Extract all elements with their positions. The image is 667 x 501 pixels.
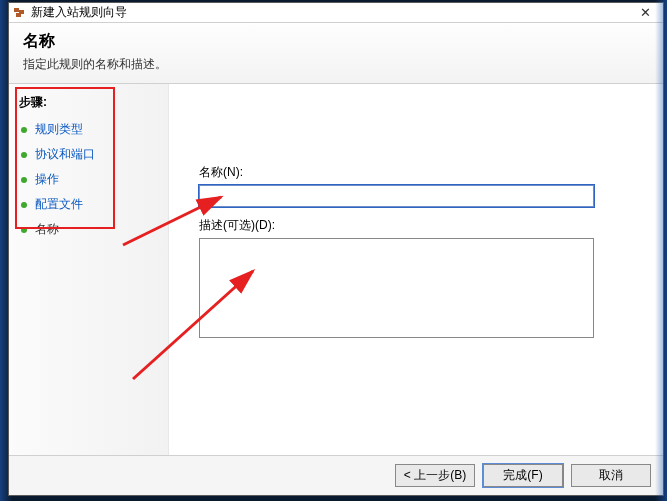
description-label: 描述(可选)(D): [199, 217, 633, 234]
back-button[interactable]: < 上一步(B) [395, 464, 475, 487]
wizard-footer: < 上一步(B) 完成(F) 取消 [9, 455, 663, 495]
app-icon [13, 6, 27, 20]
svg-rect-2 [16, 13, 21, 17]
button-label: 取消 [599, 467, 623, 484]
name-input[interactable] [199, 185, 594, 207]
step-name[interactable]: 名称 [15, 217, 162, 242]
step-rule-type[interactable]: 规则类型 [15, 117, 162, 142]
step-label: 配置文件 [35, 196, 83, 213]
content-pane: 名称(N): 描述(可选)(D): [169, 84, 663, 455]
button-label: < 上一步(B) [404, 467, 466, 484]
page-title: 名称 [23, 31, 649, 52]
bullet-icon [21, 202, 27, 208]
bullet-icon [21, 177, 27, 183]
page-subtitle: 指定此规则的名称和描述。 [23, 56, 649, 73]
steps-sidebar: 步骤: 规则类型 协议和端口 操作 配置文件 名称 [9, 84, 169, 455]
window-title: 新建入站规则向导 [31, 4, 631, 21]
cancel-button[interactable]: 取消 [571, 464, 651, 487]
wizard-window: 新建入站规则向导 ✕ 名称 指定此规则的名称和描述。 步骤: 规则类型 协议和端… [8, 2, 664, 496]
step-protocol-port[interactable]: 协议和端口 [15, 142, 162, 167]
steps-heading: 步骤: [19, 94, 160, 111]
button-label: 完成(F) [503, 467, 542, 484]
finish-button[interactable]: 完成(F) [483, 464, 563, 487]
wizard-body: 步骤: 规则类型 协议和端口 操作 配置文件 名称 名 [9, 84, 663, 455]
step-action[interactable]: 操作 [15, 167, 162, 192]
step-label: 名称 [35, 221, 59, 238]
bullet-icon [21, 127, 27, 133]
title-bar: 新建入站规则向导 ✕ [9, 3, 663, 23]
name-label: 名称(N): [199, 164, 633, 181]
step-label: 规则类型 [35, 121, 83, 138]
step-label: 操作 [35, 171, 59, 188]
bullet-icon [21, 227, 27, 233]
svg-rect-0 [14, 8, 19, 12]
wizard-header: 名称 指定此规则的名称和描述。 [9, 23, 663, 84]
step-profile[interactable]: 配置文件 [15, 192, 162, 217]
description-input[interactable] [199, 238, 594, 338]
close-button[interactable]: ✕ [631, 5, 659, 20]
step-label: 协议和端口 [35, 146, 95, 163]
bullet-icon [21, 152, 27, 158]
